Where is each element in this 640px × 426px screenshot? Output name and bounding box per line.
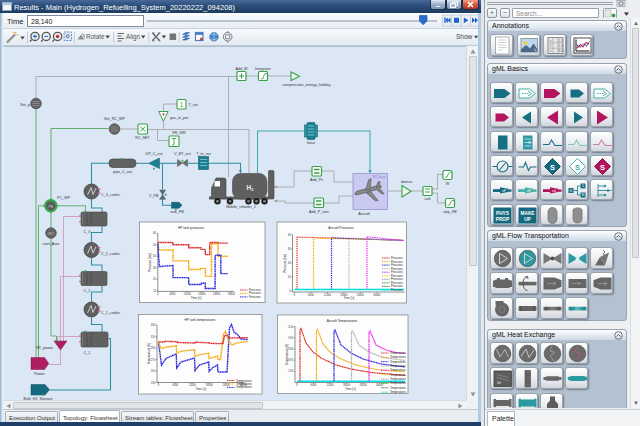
svg-text:S: S — [600, 162, 605, 171]
svg-text:T_set: T_set — [189, 103, 198, 107]
svg-text:Pressures: Pressures — [391, 256, 403, 260]
svg-text:Temperatures: Temperatures — [236, 379, 253, 383]
svg-text:hose: hose — [307, 141, 315, 145]
svg-text:3.10: 3.10 — [288, 325, 294, 329]
svg-text:V_BT_out: V_BT_out — [174, 152, 190, 156]
svg-text:24000: 24000 — [213, 292, 221, 296]
svg-text:24000: 24000 — [357, 293, 365, 297]
svg-text:PHYS: PHYS — [496, 210, 510, 215]
svg-text:gas_to_pm: gas_to_pm — [170, 116, 188, 120]
svg-text:sub: sub — [425, 197, 431, 201]
svg-text:RC_SET: RC_SET — [135, 136, 150, 140]
svg-text:30000: 30000 — [228, 292, 236, 296]
svg-text:Pressures: Pressures — [391, 263, 403, 267]
svg-text:310: 310 — [151, 335, 156, 339]
svg-text:Temperatures: Temperatures — [390, 368, 407, 372]
svg-text:30000: 30000 — [376, 383, 384, 387]
svg-text:250: 250 — [151, 369, 156, 373]
svg-text:Aircraft: Aircraft — [358, 212, 370, 216]
svg-text:3.4: 3.4 — [558, 49, 563, 53]
svg-text:2.90: 2.90 — [288, 369, 294, 373]
svg-text:Pressures: Pressures — [391, 284, 403, 288]
svg-text:S: S — [575, 162, 580, 171]
svg-text:12000: 12000 — [324, 293, 332, 297]
svg-text:HP tank temperatures: HP tank temperatures — [185, 318, 216, 322]
svg-text:Time [s]: Time [s] — [345, 387, 356, 391]
svg-text:270: 270 — [151, 358, 156, 362]
svg-text:Set_RC_WP: Set_RC_WP — [104, 117, 125, 121]
svg-text:Temperatures: Temperatures — [390, 355, 407, 359]
svg-text:330: 330 — [151, 323, 156, 327]
svg-text:SP_power: SP_power — [36, 346, 54, 350]
svg-text:6000: 6000 — [173, 383, 179, 387]
svg-text:S: S — [550, 162, 555, 171]
svg-text:Temperatures: Temperatures — [390, 373, 407, 377]
svg-text:Temperatures: Temperatures — [236, 382, 253, 386]
svg-text:Temperatures: Temperatures — [390, 364, 407, 368]
svg-text:Set_p: Set_p — [20, 103, 30, 107]
svg-text:Add_Px: Add_Px — [310, 178, 323, 182]
svg-text:UP: UP — [524, 217, 531, 222]
svg-text:Add_W: Add_W — [235, 67, 248, 71]
svg-text:Integrator: Integrator — [255, 67, 272, 71]
svg-text:2: 2 — [550, 44, 552, 48]
svg-text:HP tank pressures: HP tank pressures — [178, 226, 205, 230]
svg-text:6000: 6000 — [311, 383, 317, 387]
svg-text:Pressure [bar]: Pressure [bar] — [148, 253, 152, 272]
svg-text:PC_WP: PC_WP — [57, 196, 71, 200]
svg-text:Temperatures: Temperatures — [390, 360, 407, 364]
svg-text:Temperature [K]: Temperature [K] — [285, 344, 289, 366]
svg-text:MAKE: MAKE — [521, 210, 536, 215]
svg-text:C_3: C_3 — [84, 230, 91, 234]
svg-text:demux: demux — [401, 180, 412, 184]
svg-text:6000: 6000 — [170, 292, 176, 296]
svg-text:sink_PB: sink_PB — [170, 210, 184, 214]
svg-text:18000: 18000 — [206, 383, 214, 387]
svg-text:6000: 6000 — [308, 293, 314, 297]
svg-text:2.3: 2.3 — [558, 44, 563, 48]
svg-text:PB: PB — [48, 205, 53, 209]
svg-text:PROP: PROP — [496, 217, 510, 222]
svg-text:Pressures: Pressures — [391, 288, 403, 292]
svg-text:C_2: C_2 — [84, 289, 91, 293]
svg-text:stop_RE: stop_RE — [443, 210, 458, 214]
svg-text:Pressures: Pressures — [391, 281, 403, 285]
svg-text:BT_to_ac: BT_to_ac — [373, 175, 386, 179]
svg-text:Pressures: Pressures — [391, 274, 403, 278]
svg-text:Align: Align — [126, 33, 140, 41]
svg-text:Pressures: Pressures — [249, 295, 261, 299]
svg-text:Pressures: Pressures — [249, 291, 261, 295]
svg-text:24000: 24000 — [359, 383, 367, 387]
svg-text:SET: SET — [48, 232, 55, 236]
svg-text:C_3_cooler: C_3_cooler — [101, 193, 121, 197]
svg-text:Aircraft Pressures: Aircraft Pressures — [328, 226, 354, 230]
svg-text:Pressures: Pressures — [249, 288, 261, 292]
svg-text:Temperatures: Temperatures — [390, 351, 407, 355]
svg-text:3.05: 3.05 — [288, 336, 294, 340]
svg-text:compression_energy_holiday: compression_energy_holiday — [283, 83, 331, 87]
svg-text:Temperature [K]: Temperature [K] — [147, 343, 151, 365]
svg-text:Pressure [bar]: Pressure [bar] — [283, 254, 287, 273]
svg-text:Pressures: Pressures — [391, 260, 403, 264]
svg-text:Rotate: Rotate — [86, 33, 105, 40]
svg-text:Pressures: Pressures — [391, 267, 403, 271]
svg-text:Show: Show — [456, 33, 473, 40]
svg-text:Add_P_sets: Add_P_sets — [309, 210, 329, 214]
svg-text:Temperatures: Temperatures — [390, 377, 407, 381]
svg-text:Temperatures: Temperatures — [236, 385, 253, 389]
svg-text:C_1: C_1 — [84, 351, 91, 355]
svg-text:1: 1 — [180, 101, 184, 108]
svg-text:Mobile_refueler_1: Mobile_refueler_1 — [226, 205, 256, 209]
svg-text:230: 230 — [151, 381, 156, 385]
svg-text:Temperatures: Temperatures — [390, 390, 407, 394]
svg-text:1: 1 — [582, 184, 584, 188]
svg-text:Time [s]: Time [s] — [191, 296, 202, 300]
svg-text:30000: 30000 — [373, 293, 381, 297]
svg-text:Time [s]: Time [s] — [195, 387, 206, 391]
svg-text:Pressures: Pressures — [391, 277, 403, 281]
svg-text:1.2: 1.2 — [558, 39, 563, 43]
svg-text:Time [s]: Time [s] — [343, 296, 354, 300]
svg-text:24000: 24000 — [222, 383, 230, 387]
svg-text:C_1_cooler: C_1_cooler — [101, 311, 121, 315]
svg-text:Power: Power — [34, 372, 45, 376]
